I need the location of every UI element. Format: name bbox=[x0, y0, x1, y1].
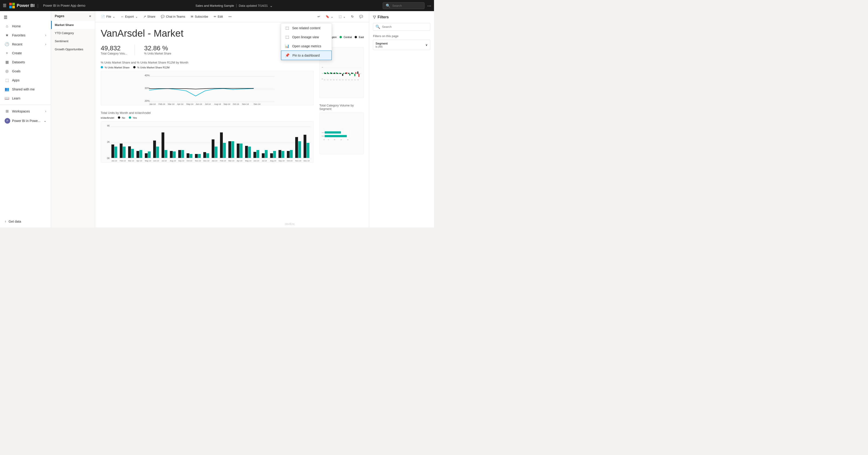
bar-jul14-no bbox=[262, 153, 265, 158]
yes-dot bbox=[129, 117, 131, 119]
view-icon: ⬚ bbox=[339, 15, 342, 18]
yoy-p06-c bbox=[339, 73, 340, 74]
bar-sep13-no bbox=[178, 150, 181, 158]
edit-button[interactable]: ✏ Edit bbox=[211, 13, 225, 20]
dropdown-see-related[interactable]: ⬚ See related content bbox=[281, 24, 332, 32]
bar-x-mar14-b: Mar-14 bbox=[228, 160, 235, 162]
export-button[interactable]: ↔ Export ⌄ bbox=[118, 13, 140, 20]
market-share-dot bbox=[101, 66, 103, 68]
workspaces-arrow-icon: › bbox=[45, 110, 46, 113]
x-label-jul14: Jul-14 bbox=[205, 103, 211, 105]
yoy-p11-c bbox=[324, 73, 325, 74]
bar-feb14-no bbox=[220, 132, 223, 158]
page-item-ytd-category[interactable]: YTD Category bbox=[51, 29, 95, 37]
bar-mar14-no bbox=[228, 141, 231, 158]
sidebar-item-workspaces[interactable]: ⊞ Workspaces › bbox=[0, 107, 51, 116]
bar-may14-yes bbox=[248, 147, 251, 158]
hamburger-icon[interactable]: ☰ bbox=[3, 3, 6, 8]
sidebar-item-recent[interactable]: 🕐 Recent › bbox=[0, 40, 51, 49]
metric-share-value: 32.86 % bbox=[144, 44, 171, 52]
sidebar-goals-label: Goals bbox=[12, 69, 21, 73]
dropdown-open-lineage[interactable]: ⬚ Open lineage view bbox=[281, 32, 332, 41]
dropdown-usage-metrics[interactable]: 📊 Open usage metrics bbox=[281, 41, 332, 51]
data-updated-chevron[interactable]: ⌄ bbox=[270, 3, 273, 8]
sidebar-workspaces-content: ⊞ Workspaces bbox=[5, 109, 30, 113]
bar-x-dec14-b: Dec-14 bbox=[304, 160, 310, 162]
page-item-sentiment[interactable]: Sentiment bbox=[51, 37, 95, 45]
sidebar-item-create[interactable]: + Create bbox=[0, 49, 51, 58]
bar-sep14-no bbox=[279, 150, 281, 158]
r12m-dot bbox=[133, 66, 135, 68]
sidebar-item-goals[interactable]: ◎ Goals bbox=[0, 67, 51, 75]
yoy-p08-c bbox=[333, 73, 334, 74]
sidebar-item-apps[interactable]: ⬚ Apps bbox=[0, 75, 51, 85]
yoy-p07-e bbox=[337, 73, 338, 74]
sidebar-item-home[interactable]: ⌂ Home bbox=[0, 22, 51, 31]
legend-no: No bbox=[118, 117, 125, 119]
dropdown-related-label: See related content bbox=[292, 26, 320, 30]
bar-aug14-yes bbox=[273, 151, 276, 158]
topbar-search-icon: 🔍 bbox=[386, 3, 391, 8]
sidebar-home-label: Home bbox=[12, 24, 21, 28]
dropdown-pin-dashboard[interactable]: 📌 Pin to a dashboard bbox=[281, 51, 332, 60]
goals-icon: ◎ bbox=[5, 69, 9, 73]
topbar-more-button[interactable]: ··· bbox=[427, 3, 431, 8]
related-content-icon: ⬚ bbox=[285, 26, 289, 30]
sidebar-workspaces-label: Workspaces bbox=[12, 109, 30, 113]
bar-x-jun13: Jun-13 bbox=[153, 160, 159, 162]
subscribe-button[interactable]: ✉ Subscribe bbox=[188, 13, 211, 20]
east-label: East bbox=[359, 36, 364, 38]
comment-button[interactable]: 💬 bbox=[357, 13, 365, 20]
sidebar-item-datasets[interactable]: ▦ Datasets bbox=[0, 58, 51, 67]
x-label-jun14: Jun-14 bbox=[196, 103, 202, 105]
topbar-search-box[interactable]: 🔍 bbox=[383, 2, 425, 9]
sidebar-item-favorites[interactable]: ★ Favorites › bbox=[0, 31, 51, 40]
undo-button[interactable]: ↩ bbox=[315, 13, 322, 20]
filter-expand-icon[interactable]: ∨ bbox=[426, 43, 428, 46]
segment-chart-container: 0K 5K 10K 15K 20K bbox=[319, 112, 364, 154]
learn-icon: 📖 bbox=[5, 96, 9, 100]
bar-sep14-yes bbox=[281, 151, 284, 158]
topbar-search-input[interactable] bbox=[392, 4, 420, 7]
filter-segment-label: Segment bbox=[375, 42, 388, 45]
sidebar-item-learn[interactable]: 📖 Learn bbox=[0, 94, 51, 103]
sidebar-favorites-content: ★ Favorites bbox=[5, 33, 26, 37]
legend-yes: Yes bbox=[129, 117, 137, 119]
refresh-button[interactable]: ↻ bbox=[349, 13, 356, 20]
sidebar-item-shared[interactable]: 👥 Shared with me bbox=[0, 85, 51, 94]
yoy-x-p10: P-10 bbox=[327, 79, 329, 80]
bar-y-0k: 0K bbox=[107, 157, 110, 160]
pages-title: Pages bbox=[55, 14, 64, 18]
filter-segment-item[interactable]: Segment is (All) ∨ bbox=[373, 40, 430, 50]
sidebar-shared-label: Shared with me bbox=[12, 88, 35, 91]
yoy-x-p05: P-05 bbox=[342, 79, 343, 80]
share-button[interactable]: ↗ Share bbox=[141, 13, 158, 20]
sidebar-favorites-label: Favorites bbox=[12, 33, 26, 37]
x-label-nov14: Nov-14 bbox=[242, 103, 249, 105]
y-label-30: 30% bbox=[145, 87, 150, 90]
view-button[interactable]: ⬚ ⌄ bbox=[337, 13, 348, 20]
file-button[interactable]: 📄 File ⌄ bbox=[99, 13, 118, 20]
bar-x-jan13: Jan-13 bbox=[112, 160, 117, 162]
bar-oct13-yes bbox=[190, 154, 192, 158]
sidebar-get-data[interactable]: ↑ Get data bbox=[0, 217, 51, 226]
content-area: 📄 File ⌄ ↔ Export ⌄ ↗ Share 💬 Chat in Te… bbox=[95, 11, 369, 228]
bookmark-button[interactable]: 🔖 ⌄ bbox=[323, 13, 336, 20]
page-item-growth-opportunities[interactable]: Growth Opportunities bbox=[51, 45, 95, 53]
sidebar-item-power-bi-app[interactable]: P Power BI in Powe... ⌄ bbox=[0, 116, 51, 126]
pages-collapse-button[interactable]: « bbox=[89, 14, 91, 18]
x-label-sep14: Sep-14 bbox=[223, 103, 230, 105]
filters-search-input[interactable] bbox=[382, 25, 428, 29]
chat-in-teams-button[interactable]: 💬 Chat in Teams bbox=[158, 13, 188, 20]
sidebar-collapse-button[interactable]: ☰ bbox=[0, 13, 51, 22]
sidebar-hamburger-icon[interactable]: ☰ bbox=[4, 15, 7, 20]
apps-icon: ⬚ bbox=[5, 78, 9, 82]
yoy-p09-c bbox=[330, 72, 331, 74]
filters-search-box[interactable]: 🔍 bbox=[373, 23, 430, 31]
topbar-updated: Data updated 7/14/21 bbox=[239, 4, 268, 7]
bar-x-jul14-b: Jul-14 bbox=[262, 160, 267, 162]
page-item-market-share[interactable]: Market Share bbox=[51, 21, 95, 29]
more-options-button[interactable]: ··· bbox=[226, 13, 234, 20]
yoy-p04-e bbox=[345, 73, 346, 74]
bar-x-aug13: Aug-13 bbox=[170, 160, 176, 162]
